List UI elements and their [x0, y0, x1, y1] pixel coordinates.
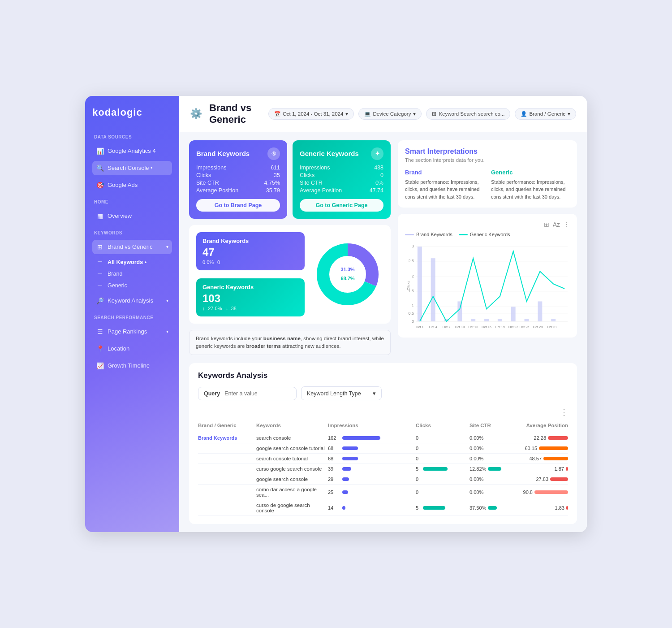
ctr-cell: 0.00% — [470, 476, 514, 482]
svg-rect-20 — [431, 258, 435, 321]
sidebar-item-growth-timeline[interactable]: 📈 Growth Timeline — [92, 359, 172, 373]
donut-brand-pct: 0.0% — [202, 260, 214, 265]
smart-generic-label: Generic — [491, 169, 570, 176]
generic-avgpos-value: 47.74 — [370, 187, 383, 194]
chart-area: 3 2.5 2 1.5 1 0.5 0 Clicks — [405, 241, 570, 330]
donut-brand-title: Brand Keywords — [202, 238, 298, 244]
search-perf-label: Search Performance — [94, 315, 172, 320]
sidebar-item-page-rankings[interactable]: ☰ Page Rankings ▾ — [92, 325, 172, 339]
analysis-filters: Query Keyword Length Type ▾ — [198, 386, 568, 400]
table-row: google search console tutorial 68 0 0.00… — [198, 443, 568, 454]
sidebar-item-all-keywords[interactable]: All Keywords • — [104, 257, 172, 268]
sidebar-item-ga4[interactable]: 📊 Google Analytics 4 — [92, 144, 172, 158]
sidebar-sc-label: Search Console • — [108, 165, 153, 171]
brand-legend-dot — [405, 234, 414, 235]
impressions-cell: 39 — [328, 466, 416, 472]
query-input[interactable] — [224, 390, 291, 397]
donut-generic-count: 103 — [202, 292, 298, 305]
svg-text:Oct 28: Oct 28 — [533, 325, 543, 329]
generic-card: Generic Keywords ✦ Impressions 438 Click… — [293, 140, 391, 219]
donut-generic-title: Generic Keywords — [202, 284, 298, 290]
chevron-down-icon-2: ▾ — [166, 298, 168, 303]
content-area: Brand Keywords ® Impressions 611 Clicks … — [179, 132, 587, 533]
brand-card: Brand Keywords ® Impressions 611 Clicks … — [189, 140, 287, 219]
impressions-cell: 25 — [328, 489, 416, 495]
overview-icon: ▦ — [96, 212, 104, 220]
brand-ctr-value: 4.75% — [264, 180, 280, 186]
google-ads-icon: 🎯 — [96, 181, 104, 189]
brand-card-title: Brand Keywords — [196, 150, 250, 157]
chart-header: ⊞ Az ⋮ — [405, 221, 570, 228]
col-avg-pos: Average Position — [514, 423, 568, 428]
keyword-search-filter[interactable]: ⊞ Keyword Search search co... — [426, 108, 510, 120]
keyword-cell: google search console — [256, 476, 328, 482]
brand-legend: Brand Keywords — [405, 232, 452, 237]
donut-chart: 31.3% 68.7% — [312, 241, 383, 308]
clicks-cell: 5 — [416, 466, 470, 472]
svg-rect-29 — [551, 319, 556, 322]
query-input-wrapper: Query — [198, 387, 297, 400]
sidebar-item-search-console[interactable]: 🔍 Search Console • — [92, 161, 172, 175]
sidebar-item-keyword-analysis[interactable]: 🔎 Keyword Analysis ▾ — [92, 294, 172, 308]
sidebar-item-google-ads[interactable]: 🎯 Google Ads — [92, 178, 172, 192]
page-rankings-icon: ☰ — [96, 328, 104, 336]
sidebar-overview-label: Overview — [108, 212, 132, 219]
donut-generic-pct: ↓ -27.0% — [202, 306, 222, 311]
brand-generic-cell: Brand Keywords — [198, 435, 256, 441]
sidebar-item-generic[interactable]: Generic — [104, 280, 172, 291]
generic-avgpos-label: Average Position — [300, 187, 342, 194]
keyword-length-filter[interactable]: Keyword Length Type ▾ — [301, 386, 382, 400]
generic-ctr-value: 0% — [375, 180, 383, 186]
go-to-generic-page-button[interactable]: Go to Generic Page — [300, 199, 383, 212]
sidebar-item-overview[interactable]: ▦ Overview — [92, 209, 172, 223]
kw-cards-row: Brand Keywords ® Impressions 611 Clicks … — [189, 140, 391, 219]
chart-more-icon[interactable]: ⋮ — [564, 221, 570, 228]
ctr-cell: 0.00% — [470, 489, 514, 495]
table-actions: ⋮ — [198, 407, 568, 417]
svg-rect-27 — [525, 319, 529, 322]
chart-card: ⊞ Az ⋮ Brand Keywords Generic Keywo — [398, 214, 577, 338]
chevron-down-icon-3: ▾ — [166, 329, 168, 334]
date-filter[interactable]: 📅 Oct 1, 2024 - Oct 31, 2024 ▾ — [268, 108, 354, 120]
device-filter[interactable]: 💻 Device Category ▾ — [358, 108, 422, 120]
avg-pos-cell: 1.87 — [514, 466, 568, 472]
analytics-icon: 📊 — [96, 147, 104, 155]
table-more-button[interactable]: ⋮ — [560, 407, 568, 417]
donut-generic-box: Generic Keywords 103 ↓ -27.0% ↓ -38 — [196, 278, 305, 316]
avg-pos-cell: 27.83 — [514, 476, 568, 482]
table-row: como dar acceso a google sea... 25 0 0.0… — [198, 485, 568, 500]
brand-impressions: Impressions 611 — [196, 165, 280, 171]
svg-text:Oct 10: Oct 10 — [455, 325, 465, 329]
device-icon: 💻 — [364, 111, 370, 117]
donut-generic-sub: ↓ -27.0% ↓ -38 — [202, 306, 298, 311]
clicks-cell: 0 — [416, 456, 470, 461]
smart-generic-col: Generic Stable performance: Impressions,… — [491, 169, 570, 201]
chart-sort-icon[interactable]: Az — [553, 221, 560, 228]
sidebar-ads-label: Google Ads — [108, 182, 138, 188]
keyword-cell: google search console tutorial — [256, 446, 328, 451]
brand-avgpos-label: Average Position — [196, 187, 238, 194]
sidebar-item-location[interactable]: 📍 Location — [92, 342, 172, 356]
sidebar-item-brand[interactable]: Brand — [104, 269, 172, 279]
impressions-cell: 14 — [328, 505, 416, 511]
date-chevron-icon: ▾ — [345, 111, 348, 117]
chart-export-icon[interactable]: ⊞ — [544, 221, 549, 228]
sidebar-item-brand-generic[interactable]: ⊞ Brand vs Generic ▾ — [92, 240, 172, 254]
brand-generic-filter[interactable]: 👤 Brand / Generic ▾ — [515, 108, 576, 120]
sidebar-sub-keywords: All Keywords • Brand Generic — [104, 257, 172, 291]
impressions-cell: 68 — [328, 446, 416, 451]
svg-rect-25 — [498, 319, 502, 322]
go-to-brand-page-button[interactable]: Go to Brand Page — [196, 199, 280, 212]
sidebar: kodalogic Data Sources 📊 Google Analytic… — [85, 96, 179, 533]
col-ctr: Site CTR — [470, 423, 514, 428]
header-icon: ⚙️ — [190, 108, 202, 120]
svg-text:Oct 25: Oct 25 — [520, 325, 530, 329]
main-content: ⚙️ Brand vs Generic 📅 Oct 1, 2024 - Oct … — [179, 96, 587, 533]
sidebar-ga4-label: Google Analytics 4 — [108, 147, 156, 154]
generic-card-header: Generic Keywords ✦ — [300, 147, 383, 160]
sidebar-logo: kodalogic — [92, 107, 172, 118]
svg-text:Oct 19: Oct 19 — [495, 325, 505, 329]
generic-legend-label: Generic Keywords — [470, 232, 510, 237]
svg-rect-23 — [471, 319, 475, 322]
donut-brand-abs: 0 — [217, 260, 220, 265]
